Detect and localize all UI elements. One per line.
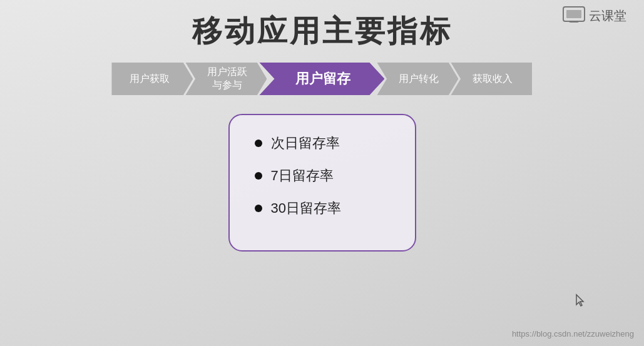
content-area: 次日留存率 7日留存率 30日留存率 xyxy=(0,114,644,252)
step-label-2: 用户活跃 与参与 xyxy=(207,66,247,92)
step-user-acquisition[interactable]: 用户获取 xyxy=(111,63,193,95)
info-text-1: 次日留存率 xyxy=(271,134,340,153)
step-label-5: 获取收入 xyxy=(473,73,513,86)
step-user-activity[interactable]: 用户活跃 与参与 xyxy=(185,63,267,95)
info-text-2: 7日留存率 xyxy=(271,166,334,185)
watermark: https://blog.csdn.net/zzuweizheng xyxy=(512,329,634,338)
title-area: 移动应用主要指标 云课堂 xyxy=(0,0,644,58)
list-item-2: 7日留存率 xyxy=(255,166,390,185)
step-label-1: 用户获取 xyxy=(130,73,170,86)
step-user-retention[interactable]: 用户留存 xyxy=(259,63,384,95)
step-navigation: 用户获取 用户活跃 与参与 用户留存 用户转化 获取收入 xyxy=(16,63,628,95)
logo-area: 云课堂 xyxy=(563,6,626,25)
bullet-icon-1 xyxy=(255,140,262,147)
info-text-3: 30日留存率 xyxy=(271,199,341,218)
step-user-conversion[interactable]: 用户转化 xyxy=(377,63,458,95)
svg-rect-1 xyxy=(566,10,581,18)
logo-text: 云课堂 xyxy=(589,8,626,24)
svg-rect-3 xyxy=(572,21,576,23)
list-item-1: 次日留存率 xyxy=(255,134,390,153)
bullet-icon-2 xyxy=(255,172,262,180)
main-container: 移动应用主要指标 云课堂 用户获取 用户活跃 与参与 用户留存 用户转化 获取收… xyxy=(0,0,644,346)
step-label-3: 用户留存 xyxy=(295,70,350,88)
info-box: 次日留存率 7日留存率 30日留存率 xyxy=(228,114,416,252)
step-revenue[interactable]: 获取收入 xyxy=(451,63,532,95)
yunketang-icon xyxy=(563,6,585,25)
page-title: 移动应用主要指标 xyxy=(192,11,452,51)
bullet-icon-3 xyxy=(255,205,262,212)
cursor-icon xyxy=(575,293,588,308)
list-item-3: 30日留存率 xyxy=(255,199,390,218)
step-label-4: 用户转化 xyxy=(399,73,439,86)
